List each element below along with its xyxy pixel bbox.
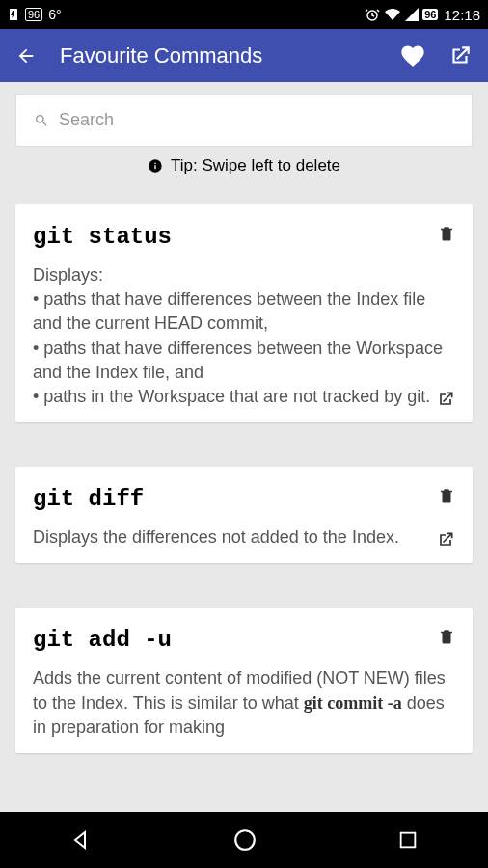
status-badge-1: 96: [25, 8, 42, 21]
delete-button[interactable]: [438, 486, 455, 505]
command-description: Displays: • paths that have differences …: [33, 263, 455, 409]
app-bar: Favourite Commands: [0, 29, 488, 82]
nav-recent-icon[interactable]: [397, 829, 419, 851]
share-out-icon: [436, 390, 455, 409]
command-title: git diff: [33, 486, 455, 512]
share-button[interactable]: [436, 390, 455, 409]
tip-text: Tip: Swipe left to delete: [15, 156, 473, 176]
search-box[interactable]: [15, 94, 473, 147]
status-temp: 6°: [48, 7, 61, 22]
command-description: Displays the differences not added to th…: [33, 526, 455, 550]
navigation-bar: [0, 812, 488, 868]
signal-icon: [405, 8, 419, 21]
status-bar: 96 6° 96 12:18: [0, 0, 488, 29]
nav-back-icon[interactable]: [69, 828, 93, 852]
trash-icon: [438, 224, 455, 243]
command-description: Adds the current content of modified (NO…: [33, 666, 455, 740]
svg-rect-3: [400, 833, 415, 848]
trash-icon: [438, 486, 455, 505]
back-icon[interactable]: [15, 45, 37, 67]
nav-home-icon[interactable]: [232, 827, 258, 853]
info-icon: [148, 158, 163, 174]
command-card[interactable]: git add -u Adds the current content of m…: [15, 608, 473, 753]
content-area: Tip: Swipe left to delete git status Dis…: [0, 82, 488, 812]
trash-icon: [438, 627, 455, 646]
search-input[interactable]: [59, 110, 454, 130]
status-left: 96 6°: [8, 7, 62, 22]
status-time: 12:18: [444, 7, 480, 23]
alarm-icon: [365, 7, 380, 22]
charging-icon: [8, 8, 19, 21]
delete-button[interactable]: [438, 224, 455, 243]
command-title: git status: [33, 224, 455, 250]
heart-icon[interactable]: [399, 42, 426, 69]
search-icon: [34, 113, 49, 128]
command-card[interactable]: git diff Displays the differences not ad…: [15, 467, 473, 563]
command-title: git add -u: [33, 627, 455, 653]
page-title: Favourite Commands: [60, 43, 376, 68]
share-icon[interactable]: [447, 43, 473, 68]
delete-button[interactable]: [438, 627, 455, 646]
wifi-icon: [384, 8, 401, 21]
app-bar-actions: [399, 42, 473, 69]
command-card[interactable]: git status Displays: • paths that have d…: [15, 204, 473, 422]
share-button[interactable]: [436, 530, 455, 550]
battery-badge: 96: [422, 9, 438, 20]
share-out-icon: [436, 530, 455, 550]
svg-point-2: [235, 830, 255, 850]
status-right: 96 12:18: [365, 7, 480, 23]
inline-code: git commit -a: [304, 693, 402, 713]
